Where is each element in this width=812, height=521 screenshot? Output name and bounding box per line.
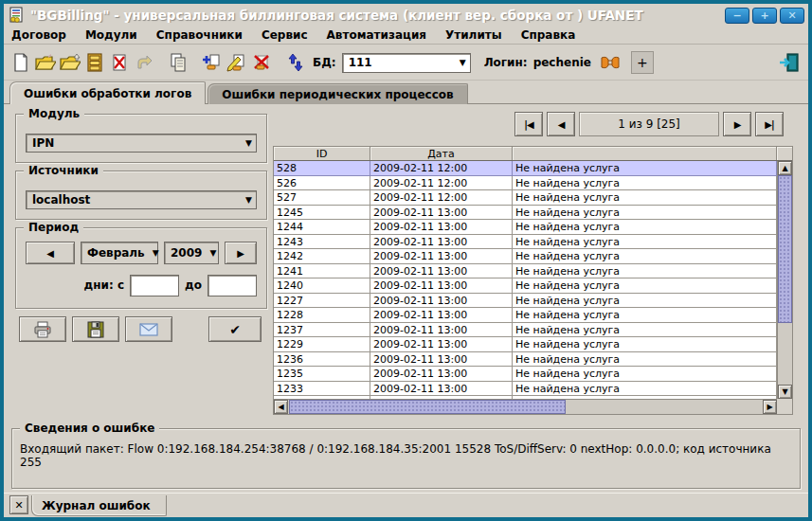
cell-date: 2009-02-11 13:00	[370, 382, 513, 397]
table-row[interactable]: 1241 2009-02-11 13:00 Не найдена услуга	[274, 264, 777, 279]
cell-message: Не найдена услуга	[513, 190, 777, 206]
cell-message: Не найдена услуга	[513, 278, 777, 294]
table-row[interactable]: 1237 2009-02-11 13:00 Не найдена услуга	[274, 323, 777, 338]
table-row[interactable]: 1236 2009-02-11 13:00 Не найдена услуга	[274, 352, 777, 368]
last-page-button[interactable]: ▶|	[755, 112, 784, 136]
chevron-down-icon: ▼	[209, 248, 216, 258]
close-button[interactable]: ✕	[780, 8, 804, 24]
scroll-right-button[interactable]: ▶	[763, 400, 777, 414]
next-month-button[interactable]: ▶	[225, 242, 257, 264]
table-row[interactable]: 1244 2009-02-11 13:00 Не найдена услуга	[274, 220, 777, 235]
chevron-down-icon: ▼	[153, 248, 159, 258]
prev-month-button[interactable]: ◀	[26, 242, 75, 264]
table-header-corner	[777, 147, 792, 161]
db-selected-value: 111	[349, 56, 372, 69]
table-row[interactable]: 1245 2009-02-11 13:00 Не найдена услуга	[274, 206, 777, 221]
module-select[interactable]: IPN ▼	[26, 134, 257, 153]
table-row[interactable]: 1229 2009-02-11 13:00 Не найдена услуга	[274, 337, 777, 352]
vertical-scrollbar[interactable]: ▲ ▼	[777, 161, 792, 399]
cell-id: 1237	[274, 323, 370, 338]
edit-item-icon[interactable]	[226, 51, 248, 74]
day-to-input[interactable]	[208, 275, 257, 296]
table-row[interactable]: 1242 2009-02-11 13:00 Не найдена услуга	[274, 249, 777, 264]
tab-error-journal[interactable]: Журнал ошибок	[31, 495, 167, 516]
menu-item[interactable]: Сервис	[262, 28, 318, 42]
chevron-down-icon: ▼	[245, 138, 252, 148]
cell-id: 1240	[274, 278, 370, 294]
tab[interactable]: Ошибки обработки логов	[9, 81, 206, 104]
column-header-date[interactable]: Дата	[370, 147, 513, 160]
first-page-button[interactable]: |◀	[514, 112, 543, 136]
sources-select[interactable]: localhost ▼	[26, 190, 257, 209]
scroll-left-button[interactable]: ◀	[274, 400, 288, 414]
column-header-id[interactable]: ID	[274, 147, 370, 160]
add-item-icon[interactable]	[201, 51, 224, 74]
table-row[interactable]: 1240 2009-02-11 13:00 Не найдена услуга	[274, 278, 777, 294]
menu-item[interactable]: Автоматизация	[327, 28, 437, 42]
errors-table-panel: |◀ ◀ 1 из 9 [25] ▶ ▶| ID Дата	[271, 104, 803, 417]
archive-cabinet-icon[interactable]	[83, 51, 106, 74]
print-button[interactable]	[19, 316, 66, 342]
apply-button[interactable]: ✔	[208, 316, 262, 342]
table-row[interactable]: 527 2009-02-11 12:00 Не найдена услуга	[274, 190, 777, 206]
next-page-button[interactable]: ▶	[723, 112, 751, 136]
refresh-icon[interactable]	[284, 51, 307, 74]
scroll-up-button[interactable]: ▲	[778, 161, 792, 175]
table-row[interactable]: 528 2009-02-11 12:00 Не найдена услуга	[274, 161, 777, 176]
error-details-label: Сведения о ошибке	[20, 422, 159, 435]
day-from-input[interactable]	[130, 275, 179, 296]
save-floppy-icon	[87, 321, 104, 338]
cell-message: Не найдена услуга	[513, 176, 777, 191]
cell-id: 1229	[274, 337, 370, 352]
cell-date: 2009-02-11 12:00	[370, 176, 513, 191]
menu-item[interactable]: Утилиты	[445, 28, 513, 42]
menu-item[interactable]: Справка	[521, 28, 586, 42]
copy-document-icon[interactable]	[167, 51, 189, 74]
maximize-button[interactable]: +	[752, 8, 777, 24]
month-selected-value: Февраль	[87, 246, 145, 260]
menu-item[interactable]: Договор	[11, 28, 77, 42]
cell-id: 528	[274, 161, 370, 176]
cell-message: Не найдена услуга	[513, 206, 777, 221]
bottom-tab-label: Журнал ошибок	[42, 499, 151, 512]
table-row[interactable]: 1233 2009-02-11 13:00 Не найдена услуга	[274, 382, 777, 397]
cell-date: 2009-02-11 13:00	[370, 278, 513, 294]
open-folder-alt-icon[interactable]	[59, 51, 81, 74]
tab[interactable]: Ошибки периодических процессов	[208, 83, 467, 104]
vertical-scroll-thumb[interactable]	[778, 175, 792, 323]
menu-item[interactable]: Справочники	[156, 28, 253, 42]
top-tab-bar: Ошибки обработки логовОшибки периодическ…	[4, 81, 808, 104]
menu-item[interactable]: Модули	[85, 28, 148, 42]
table-row[interactable]: 526 2009-02-11 12:00 Не найдена услуга	[274, 176, 777, 191]
horizontal-scrollbar[interactable]: ◀ ▶	[274, 399, 777, 414]
column-header-message[interactable]	[513, 147, 777, 160]
minimize-button[interactable]: −	[725, 8, 749, 24]
cell-message: Не найдена услуга	[513, 382, 777, 397]
cell-date: 2009-02-11 13:00	[370, 220, 513, 235]
cell-message: Не найдена услуга	[513, 352, 777, 368]
horizontal-scroll-thumb[interactable]	[289, 400, 566, 414]
delete-item-icon[interactable]	[250, 51, 273, 74]
mail-button[interactable]	[125, 316, 172, 342]
new-document-icon[interactable]	[9, 51, 32, 74]
table-row[interactable]: 1228 2009-02-11 13:00 Не найдена услуга	[274, 308, 777, 323]
cell-date: 2009-02-11 13:00	[370, 352, 513, 368]
year-select[interactable]: 2009 ▼	[164, 242, 219, 264]
close-tab-button[interactable]: ✕	[9, 495, 28, 514]
table-row[interactable]: 1227 2009-02-11 13:00 Не найдена услуга	[274, 294, 777, 309]
scroll-down-button[interactable]: ▼	[778, 385, 792, 399]
open-folder-icon[interactable]	[34, 51, 57, 74]
add-connection-button[interactable]: +	[631, 51, 654, 74]
db-select[interactable]: 111 ▼	[342, 53, 471, 73]
cell-message: Не найдена услуга	[513, 294, 777, 309]
month-select[interactable]: Февраль ▼	[81, 242, 158, 264]
prev-page-button[interactable]: ◀	[547, 112, 575, 136]
table-row[interactable]: 1235 2009-02-11 13:00 Не найдена услуга	[274, 367, 777, 382]
delete-document-icon[interactable]	[108, 51, 131, 74]
exit-door-icon[interactable]	[778, 51, 801, 74]
tab-label: Ошибки обработки логов	[24, 87, 191, 100]
cell-id: 1242	[274, 249, 370, 264]
redo-arrow-icon[interactable]	[133, 51, 155, 74]
table-row[interactable]: 1243 2009-02-11 13:00 Не найдена услуга	[274, 235, 777, 250]
save-button[interactable]	[72, 316, 119, 342]
